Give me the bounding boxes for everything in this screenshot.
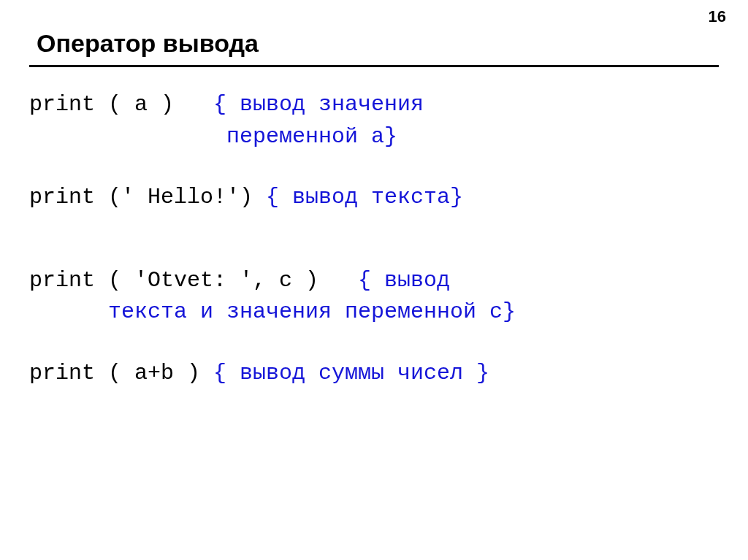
comment-text: { вывод суммы чисел } [213, 361, 489, 386]
comment-text: переменной a} [226, 124, 397, 149]
comment-text: текста и значения переменной c} [108, 299, 516, 324]
comment-text: { вывод [358, 268, 450, 293]
code-text [29, 299, 108, 324]
example-3: print ( 'Otvet: ', c ) { вывод текста и … [29, 265, 719, 329]
title-divider [29, 65, 719, 67]
slide-title: Оператор вывода [29, 29, 719, 58]
page-number: 16 [709, 7, 726, 26]
example-4: print ( a+b ) { вывод суммы чисел } [29, 358, 719, 390]
comment-text: { вывод текста} [266, 185, 463, 210]
code-text: print ( a ) [29, 92, 213, 117]
code-text: print (' Hello!') [29, 185, 266, 210]
code-text [29, 124, 226, 149]
example-2: print (' Hello!') { вывод текста} [29, 182, 719, 214]
code-text: print ( 'Otvet: ', c ) [29, 268, 358, 293]
example-1: print ( a ) { вывод значения переменной … [29, 89, 719, 153]
code-text: print ( a+b ) [29, 361, 213, 386]
comment-text: { вывод значения [213, 92, 424, 117]
